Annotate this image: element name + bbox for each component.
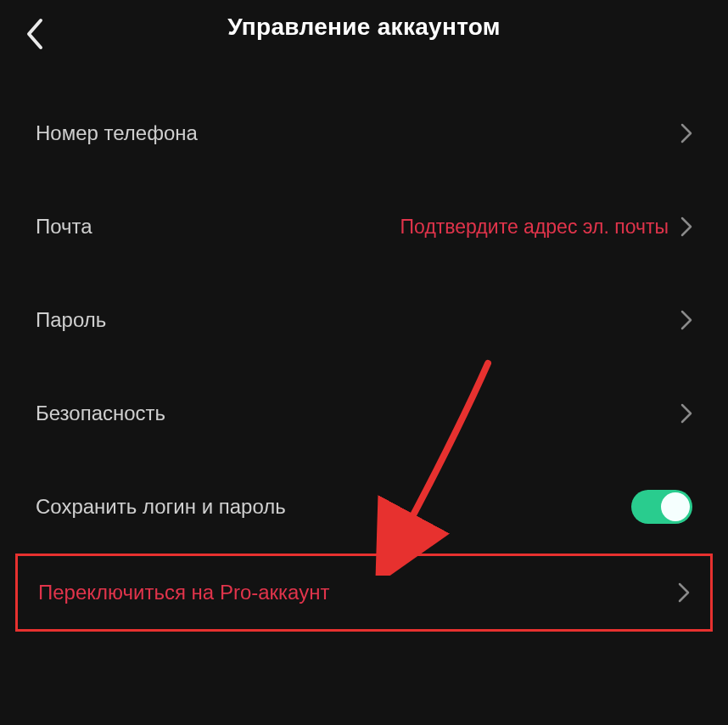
row-phone[interactable]: Номер телефона — [0, 87, 728, 180]
row-save-login: Сохранить логин и пароль — [0, 460, 728, 554]
chevron-right-icon — [678, 582, 690, 603]
row-save-login-right — [631, 490, 692, 524]
chevron-left-icon — [24, 17, 46, 51]
settings-list: Номер телефона Почта Подтвердите адрес э… — [0, 61, 728, 632]
row-pro-account-right — [678, 582, 690, 603]
back-button[interactable] — [24, 17, 46, 54]
row-email-right: Подтвердите адрес эл. почты — [400, 216, 692, 239]
chevron-right-icon — [680, 216, 692, 237]
row-phone-label: Номер телефона — [36, 121, 198, 145]
row-email[interactable]: Почта Подтвердите адрес эл. почты — [0, 180, 728, 273]
chevron-right-icon — [680, 310, 692, 330]
row-pro-account[interactable]: Переключиться на Pro-аккаунт — [15, 554, 713, 632]
row-security[interactable]: Безопасность — [0, 367, 728, 460]
chevron-right-icon — [680, 403, 692, 424]
toggle-knob — [661, 492, 690, 521]
row-password-right — [680, 310, 692, 330]
row-email-status: Подтвердите адрес эл. почты — [400, 216, 669, 239]
row-security-label: Безопасность — [36, 402, 165, 425]
page-title: Управление аккаунтом — [17, 14, 711, 41]
row-save-login-label: Сохранить логин и пароль — [36, 495, 286, 519]
row-security-right — [680, 403, 692, 424]
row-phone-right — [680, 123, 692, 143]
row-password[interactable]: Пароль — [0, 273, 728, 367]
row-pro-account-label: Переключиться на Pro-аккаунт — [38, 581, 329, 604]
save-login-toggle[interactable] — [631, 490, 692, 524]
chevron-right-icon — [680, 123, 692, 143]
row-email-label: Почта — [36, 215, 92, 239]
row-password-label: Пароль — [36, 308, 106, 332]
header: Управление аккаунтом — [0, 0, 728, 61]
